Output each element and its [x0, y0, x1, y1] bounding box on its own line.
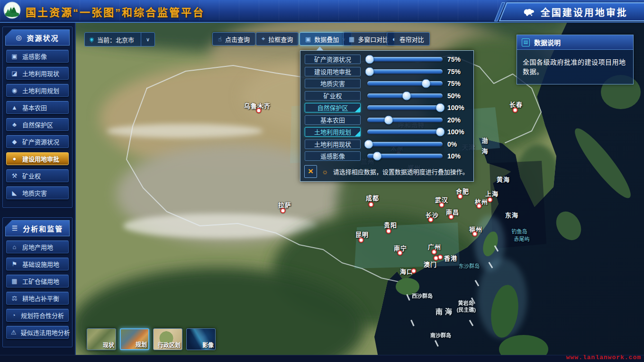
thumbnail-影像[interactable]: 影像 [186, 328, 216, 350]
overlay-row-地质灾害: 地质灾害75% [305, 78, 469, 89]
city-marker-武汉 [439, 203, 444, 208]
opacity-value: 100% [447, 104, 469, 111]
layer-toggle-基本农田[interactable]: 基本农田 [305, 115, 361, 125]
opacity-slider-地质灾害[interactable] [367, 80, 443, 87]
opacity-slider-矿产资源状况[interactable] [367, 56, 443, 63]
slider-track[interactable] [367, 142, 443, 147]
toolbar-button-卷帘对比[interactable]: ◐卷帘对比 [387, 32, 430, 46]
sidebar-item-地质灾害[interactable]: ◣地质灾害 [6, 186, 69, 199]
slider-handle[interactable] [372, 152, 381, 161]
opacity-slider-自然保护区[interactable] [367, 104, 443, 111]
layer-toggle-土地利用现状[interactable]: 土地利用现状 [305, 139, 361, 149]
opacity-value: 75% [447, 56, 469, 63]
close-overlay-button[interactable]: × [304, 165, 317, 178]
city-marker-长沙 [428, 217, 434, 223]
layer-toggle-矿产资源状况[interactable]: 矿产资源状况 [305, 55, 361, 64]
watermark-text: www.lanlanwork.com [566, 354, 641, 361]
sidebar-item-遥感影像[interactable]: ▣遥感影像 [6, 50, 69, 63]
location-pin-icon [89, 37, 95, 43]
layer-toggle-建设用地审批[interactable]: 建设用地审批 [305, 67, 361, 76]
slider-handle[interactable] [384, 115, 393, 124]
data-description-header: ▤ 数据说明 [517, 35, 633, 50]
city-label-成都: 成都 [366, 193, 379, 202]
toolbar-button-拉框查询[interactable]: ⌖拉框查询 [256, 32, 299, 46]
slider-handle[interactable] [365, 55, 374, 64]
thumbnail-现状[interactable]: 现状 [87, 328, 116, 350]
industrial-storage-land-icon: ▦ [11, 278, 18, 285]
map-search-icon: ◎ [16, 34, 22, 41]
slider-handle[interactable] [402, 91, 411, 100]
sidebar-item-土地利用现状[interactable]: ◪土地利用现状 [6, 67, 69, 80]
sidebar-item-耕地占补平衡[interactable]: ⚖耕地占补平衡 [6, 292, 69, 305]
slider-handle[interactable] [422, 79, 431, 88]
layer-toggle-遥感影像[interactable]: 遥感影像 [305, 151, 361, 161]
layer-toggle-土地利用规划[interactable]: 土地利用规划 [305, 127, 361, 137]
current-region-selector[interactable]: 当前：北京市 ∨ [84, 32, 155, 46]
slider-track[interactable] [367, 118, 443, 122]
opacity-slider-土地利用规划[interactable] [367, 129, 443, 135]
sidebar-item-基本农田[interactable]: ▲基本农田 [6, 101, 69, 114]
sidebar-item-疑似违法用地分析[interactable]: ⚠疑似违法用地分析 [6, 326, 69, 339]
toolbar-button-label: 卷帘对比 [399, 35, 424, 44]
sidebar-item-矿业权[interactable]: ⚒矿业权 [6, 169, 69, 182]
slider-handle[interactable] [436, 103, 445, 112]
opacity-slider-土地利用现状[interactable] [367, 141, 443, 148]
city-marker-上海 [488, 197, 493, 203]
land-use-plan-icon: ◉ [11, 87, 18, 94]
sidebar-item-建设用地审批[interactable]: ●建设用地审批 [6, 152, 69, 165]
slider-track[interactable] [367, 105, 443, 110]
city-marker-长春 [513, 108, 518, 113]
slider-track[interactable] [367, 130, 443, 134]
opacity-slider-建设用地审批[interactable] [367, 68, 443, 75]
opacity-value: 75% [447, 68, 469, 75]
region-dropdown-chevron-icon[interactable]: ∨ [141, 33, 154, 46]
data-overlay-icon: ▣ [305, 36, 311, 43]
sidebar-item-label: 基本农田 [22, 103, 47, 112]
farmland-icon: ▲ [11, 104, 18, 111]
sidebar-item-规划符合性分析[interactable]: ◔规划符合性分析 [6, 309, 69, 322]
sea-label-钓鱼岛: 钓鱼岛 [512, 227, 527, 235]
header-banner: 全国建设用地审批 [499, 2, 644, 21]
city-marker-昆明 [359, 238, 364, 243]
app-header: 国土资源“一张图”和综合监管平台 全国建设用地审批 [0, 0, 644, 22]
slider-handle[interactable] [365, 67, 374, 76]
plan-compliance-icon: ◔ [11, 312, 17, 319]
opacity-value: 20% [447, 116, 469, 124]
overlay-row-自然保护区: 自然保护区100% [305, 102, 469, 113]
city-marker-杭州 [477, 204, 482, 209]
sidebar-item-自然保护区[interactable]: ♣自然保护区 [6, 118, 69, 131]
sidebar-item-房地产用地[interactable]: ⌂房地产用地 [6, 241, 69, 253]
opacity-slider-遥感影像[interactable] [367, 153, 443, 159]
sidebar-item-基础设施用地[interactable]: ⚑基础设施用地 [6, 258, 69, 270]
layer-toggle-自然保护区[interactable]: 自然保护区 [305, 103, 361, 112]
geological-hazard-icon: ◣ [11, 189, 18, 196]
construction-land-approval-icon: ● [11, 155, 18, 162]
slider-handle[interactable] [436, 128, 445, 137]
layer-toggle-矿业权[interactable]: 矿业权 [305, 91, 361, 101]
thumbnail-行政区划[interactable]: 行政区划 [153, 328, 182, 350]
sidebar-item-label: 耕地占补平衡 [22, 294, 59, 303]
slider-track[interactable] [367, 69, 443, 74]
sidebar-item-矿产资源状况[interactable]: ◆矿产资源状况 [6, 135, 69, 148]
toolbar-button-点击查询[interactable]: ☝点击查询 [212, 32, 255, 46]
section-header: ☰分析和监管 [5, 220, 70, 236]
slider-handle[interactable] [364, 139, 373, 149]
sidebar-item-工矿仓储用地[interactable]: ▦工矿仓储用地 [6, 275, 69, 288]
overlay-row-遥感影像: 遥感影像10% [305, 151, 469, 161]
sidebar-item-label: 遥感影像 [22, 52, 47, 61]
city-marker-贵阳 [386, 229, 391, 234]
city-label-拉萨: 拉萨 [278, 200, 291, 209]
opacity-slider-基本农田[interactable] [367, 117, 443, 123]
sidebar-item-label: 规划符合性分析 [21, 311, 64, 320]
click-query-icon: ☝ [218, 36, 222, 43]
thumbnail-规划[interactable]: 规划 [120, 328, 149, 350]
layer-toggle-地质灾害[interactable]: 地质灾害 [305, 79, 361, 88]
section-header: ◎资源状况 [5, 29, 70, 46]
opacity-slider-矿业权[interactable] [367, 93, 443, 99]
sidebar-item-label: 疑似违法用地分析 [21, 328, 70, 337]
slider-track[interactable] [367, 57, 443, 62]
slider-track[interactable] [367, 81, 443, 86]
sidebar-item-土地利用规划[interactable]: ◉土地利用规划 [6, 84, 69, 97]
opacity-value: 10% [447, 152, 469, 160]
sidebar-item-label: 建设用地审批 [22, 154, 59, 163]
